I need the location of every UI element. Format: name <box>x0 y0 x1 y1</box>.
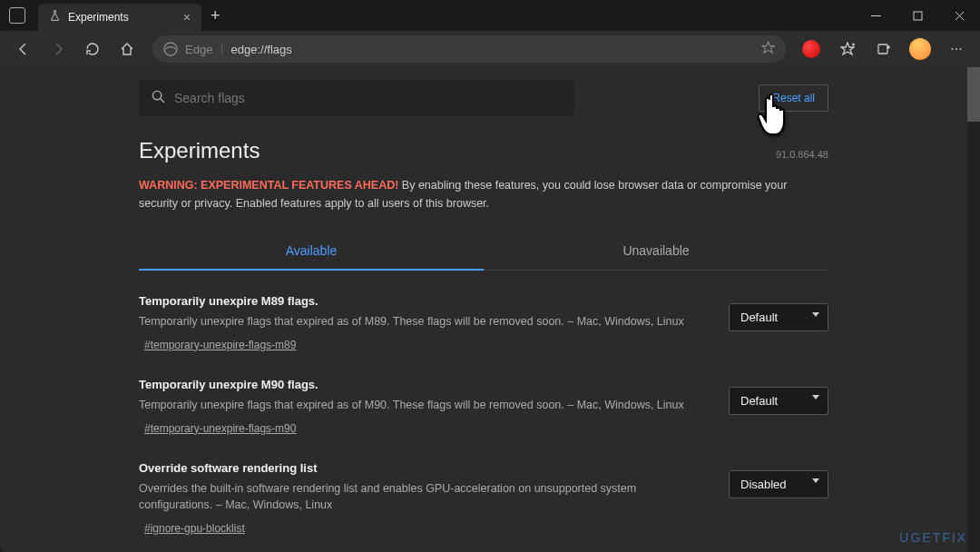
flag-select[interactable]: Default <box>729 303 828 331</box>
warning-prefix: WARNING: EXPERIMENTAL FEATURES AHEAD! <box>139 179 398 192</box>
close-button[interactable] <box>938 2 980 29</box>
svg-rect-1 <box>914 12 922 20</box>
tab-unavailable[interactable]: Unavailable <box>484 232 828 270</box>
tab-close-icon[interactable]: × <box>183 10 191 25</box>
flag-item: Temporarily unexpire M89 flags. Temporar… <box>139 281 828 365</box>
address-bar[interactable]: Edge | edge://flags <box>152 35 786 63</box>
refresh-button[interactable] <box>76 33 109 65</box>
flag-anchor-link[interactable]: #temporary-unexpire-flags-m90 <box>144 422 296 435</box>
flag-description: Overrides the built-in software renderin… <box>139 480 710 515</box>
address-site-label: Edge <box>185 43 212 56</box>
flag-description: Temporarily unexpire flags that expired … <box>139 397 710 414</box>
content-scroll[interactable]: Reset all Experiments 91.0.864.48 WARNIN… <box>0 67 967 552</box>
svg-point-4 <box>164 43 177 55</box>
flag-title: Temporarily unexpire M89 flags. <box>139 294 710 308</box>
extension-button[interactable] <box>795 33 828 65</box>
search-input[interactable] <box>174 91 562 105</box>
flags-list: Temporarily unexpire M89 flags. Temporar… <box>139 281 828 552</box>
flag-title: Override software rendering list <box>139 461 710 475</box>
collections-button[interactable] <box>867 33 900 65</box>
tabs-row: Available Unavailable <box>139 232 828 271</box>
tab-actions-icon[interactable] <box>9 7 25 24</box>
svg-point-10 <box>152 91 161 99</box>
flag-description: Temporarily unexpire flags that expired … <box>139 313 710 330</box>
extension-icon-red <box>802 40 820 58</box>
scrollbar-thumb[interactable] <box>967 67 980 122</box>
reset-all-button[interactable]: Reset all <box>759 84 828 112</box>
minimize-button[interactable] <box>855 2 897 29</box>
profile-button[interactable] <box>904 33 936 65</box>
flag-item: Override software rendering list Overrid… <box>139 448 828 549</box>
edge-icon <box>163 42 178 56</box>
titlebar: Experiments × + <box>0 0 980 31</box>
flag-anchor-link[interactable]: #ignore-gpu-blocklist <box>144 522 245 535</box>
forward-button[interactable] <box>42 33 74 65</box>
flag-select[interactable]: Disabled <box>729 470 828 498</box>
content-area: Reset all Experiments 91.0.864.48 WARNIN… <box>0 67 980 552</box>
scrollbar[interactable] <box>967 67 980 552</box>
flag-select[interactable]: Default <box>729 387 828 415</box>
avatar-icon <box>909 38 931 60</box>
browser-tab[interactable]: Experiments × <box>38 4 201 31</box>
home-button[interactable] <box>111 33 143 65</box>
search-icon <box>152 90 165 107</box>
menu-button[interactable]: ··· <box>940 33 973 65</box>
tab-title: Experiments <box>68 11 176 24</box>
tab-available[interactable]: Available <box>139 232 484 271</box>
flask-icon <box>49 10 61 25</box>
flag-item: Temporarily unexpire M90 flags. Temporar… <box>139 365 828 448</box>
svg-rect-7 <box>878 44 887 54</box>
flag-item: Accelerated 2D canvas Enables the use of… <box>139 548 828 552</box>
flag-title: Temporarily unexpire M90 flags. <box>139 378 710 391</box>
favorite-icon[interactable] <box>761 41 775 58</box>
window-controls <box>855 2 980 29</box>
watermark: UGETFIX <box>899 530 967 545</box>
browser-window: Experiments × + Edge | edge://flags ··· <box>0 0 980 552</box>
warning-text: WARNING: EXPERIMENTAL FEATURES AHEAD! By… <box>139 176 828 212</box>
favorites-button[interactable] <box>831 33 864 65</box>
maximize-button[interactable] <box>897 2 938 29</box>
flag-anchor-link[interactable]: #temporary-unexpire-flags-m89 <box>144 339 296 351</box>
new-tab-button[interactable]: + <box>211 6 220 25</box>
svg-line-11 <box>161 98 164 102</box>
back-button[interactable] <box>7 33 40 65</box>
address-url: edge://flags <box>231 43 292 56</box>
toolbar: Edge | edge://flags ··· <box>0 31 980 67</box>
search-box[interactable] <box>139 80 574 116</box>
page-title: Experiments <box>139 138 260 163</box>
address-separator: | <box>220 41 223 57</box>
version-label: 91.0.864.48 <box>776 149 828 160</box>
